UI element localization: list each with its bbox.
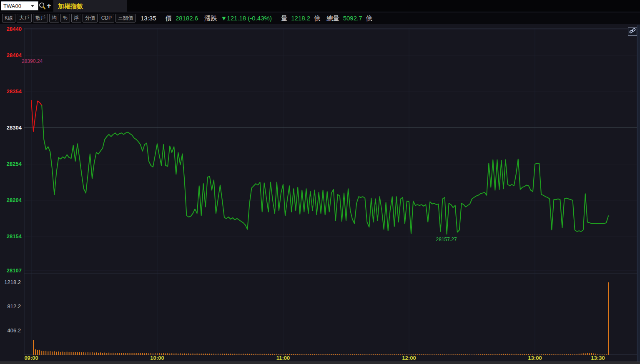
status-time: 13:35	[141, 12, 156, 24]
total-unit: 億	[366, 12, 372, 24]
link-button[interactable]	[628, 27, 637, 36]
toolbar-button-7[interactable]: CDP	[99, 14, 114, 22]
time-axis-label: 09:00	[20, 355, 42, 361]
toolbar-button-6[interactable]: 分價	[83, 14, 98, 22]
bottom-window-edge	[0, 362, 640, 364]
dropdown-caret-icon[interactable]	[31, 5, 34, 7]
price-axis-label: 28440	[0, 26, 22, 32]
price-axis-label: 28404	[0, 52, 22, 58]
toolbar-button-5[interactable]: 浮	[71, 14, 81, 22]
price-axis-label: 28354	[0, 88, 22, 95]
time-axis-label: 11:00	[272, 355, 294, 361]
toolbar-button-8[interactable]: 三關價	[115, 14, 136, 22]
price-axis-label: 28254	[0, 161, 22, 167]
volume-axis-label: 812.2	[0, 303, 21, 309]
price-axis-label: 28154	[0, 233, 22, 239]
day-high-label: 28390.24	[22, 58, 43, 64]
volume-axis-label: 406.2	[0, 327, 21, 334]
add-symbol-button[interactable]: +	[47, 0, 51, 11]
time-axis-label: 10:00	[146, 355, 168, 361]
volume-value: 1218.2	[291, 12, 310, 24]
change-value: ▼121.18 (-0.43%)	[221, 12, 271, 24]
time-axis-label: 13:00	[524, 355, 546, 361]
intraday-chart-canvas	[0, 0, 640, 364]
status-bar: 13:35 價 28182.6 漲跌 ▼121.18 (-0.43%) 量 12…	[141, 12, 372, 24]
total-value: 5092.7	[343, 12, 362, 24]
toolbar-buttons: K線大戶散戶均%浮分價CDP三關價	[2, 14, 137, 22]
total-label: 總量	[326, 12, 339, 24]
toolbar-button-0[interactable]: K線	[2, 14, 15, 22]
price-axis-label: 28107	[0, 267, 22, 274]
volume-unit: 億	[314, 12, 320, 24]
toolbar-row: K線大戶散戶均%浮分價CDP三關價 13:35 價 28182.6 漲跌 ▼12…	[0, 12, 640, 24]
time-axis-label: 13:30	[587, 355, 609, 361]
price-value: 28182.6	[176, 12, 198, 24]
change-label: 漲跌	[204, 12, 217, 24]
day-low-label: 28157.27	[436, 237, 457, 242]
volume-label: 量	[281, 12, 287, 24]
price-axis-label: 28204	[0, 197, 22, 203]
toolbar-button-4[interactable]: %	[60, 14, 70, 22]
toolbar-button-1[interactable]: 大戶	[17, 14, 32, 22]
symbol-search-box[interactable]	[1, 1, 38, 10]
volume-axis-label: 1218.2	[0, 279, 21, 285]
price-axis-label: 28304	[0, 125, 22, 131]
symbol-input[interactable]	[1, 2, 30, 10]
tab-weighted-index[interactable]: 加權指數	[53, 0, 127, 12]
link-icon	[629, 28, 636, 35]
time-axis-label: 12:00	[398, 355, 420, 361]
toolbar-button-2[interactable]: 散戶	[33, 14, 48, 22]
price-label: 價	[166, 12, 172, 24]
topbar: + 加權指數	[0, 0, 640, 12]
search-icon[interactable]	[39, 2, 46, 10]
toolbar-button-3[interactable]: 均	[49, 14, 59, 22]
right-scrollbar[interactable]	[637, 25, 640, 364]
